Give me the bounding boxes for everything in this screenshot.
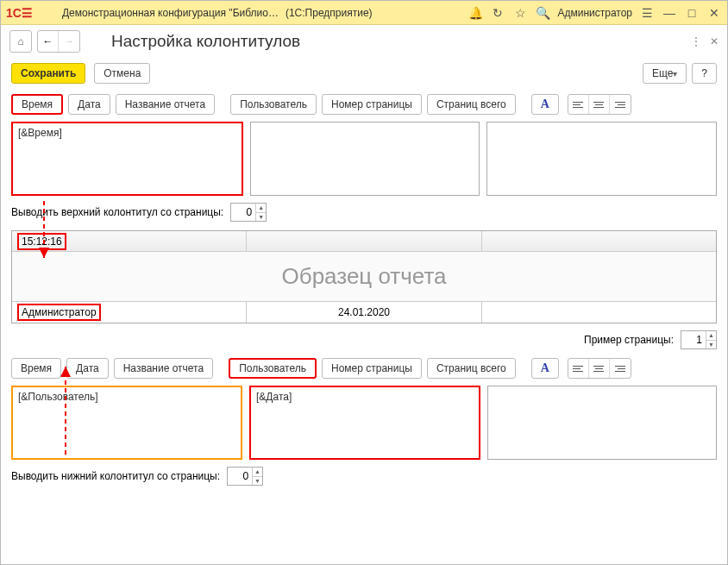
align-right-button[interactable]	[610, 359, 631, 378]
header-insert-toolbar: Время Дата Название отчета Пользователь …	[11, 94, 717, 115]
more-button[interactable]: Еще	[643, 63, 687, 84]
save-button[interactable]: Сохранить	[11, 63, 85, 84]
maximize-icon[interactable]: □	[684, 5, 700, 21]
titlebar: 1C☰ Демонстрационная конфигурация "Библи…	[1, 1, 727, 25]
header-from-page-spinner[interactable]: ▲▼	[230, 203, 267, 222]
font-button[interactable]: A	[531, 358, 559, 379]
align-center-button[interactable]	[589, 359, 610, 378]
footer-center-area[interactable]: [&Дата]	[249, 386, 480, 460]
preview-body: Образец отчета	[12, 252, 716, 302]
bell-icon[interactable]: 🔔	[468, 5, 483, 21]
insert-date-button[interactable]: Дата	[66, 358, 109, 379]
page-title: Настройка колонтитулов	[111, 32, 300, 51]
preview-foot-center: 24.01.2020	[247, 302, 481, 323]
spin-down-icon[interactable]: ▼	[706, 341, 716, 349]
current-user: Администратор	[557, 7, 632, 19]
example-page-spinner[interactable]: ▲▼	[681, 330, 717, 349]
minimize-icon[interactable]: —	[662, 5, 677, 21]
preview-foot-left: Администратор	[12, 302, 247, 323]
example-page-row: Пример страницы: ▲▼	[11, 330, 717, 349]
preview-head-left: 15:12:16	[12, 231, 247, 251]
page-toolbar: ⌂ ← → Настройка колонтитулов ⋮ ✕	[1, 25, 727, 58]
spin-up-icon[interactable]: ▲	[256, 204, 266, 213]
footer-left-area[interactable]: [&Пользователь]	[11, 386, 242, 460]
insert-report-name-button[interactable]: Название отчета	[114, 358, 213, 379]
footer-from-page-spinner[interactable]: ▲▼	[227, 467, 263, 486]
help-button[interactable]: ?	[692, 63, 717, 84]
preview-head-center	[247, 231, 481, 251]
kebab-icon[interactable]: ⋮	[691, 35, 701, 47]
preview: 15:12:16 Образец отчета Администратор 24…	[11, 230, 717, 323]
footer-from-page-label: Выводить нижний колонтитул со страницы:	[11, 470, 220, 482]
spin-up-icon[interactable]: ▲	[706, 331, 716, 341]
nav-back-forward: ← →	[37, 30, 80, 53]
logo-1c: 1C☰	[6, 6, 33, 20]
insert-time-button[interactable]: Время	[11, 94, 63, 115]
header-from-page-row: Выводить верхний колонтитул со страницы:…	[11, 203, 717, 222]
preview-head-right	[482, 231, 716, 251]
preview-time-value: 15:12:16	[17, 233, 66, 250]
footer-from-page-input[interactable]	[228, 468, 252, 485]
align-group	[568, 358, 631, 379]
history-icon[interactable]: ↻	[490, 5, 505, 21]
forward-button[interactable]: →	[59, 31, 79, 52]
config-name: Демонстрационная конфигурация "Библио…	[62, 7, 279, 19]
footer-areas: [&Пользователь] [&Дата]	[11, 386, 717, 460]
preview-foot-right	[482, 302, 716, 323]
preview-user-value: Администратор	[17, 304, 101, 321]
search-icon[interactable]: 🔍	[535, 5, 550, 21]
close-icon[interactable]: ✕	[706, 5, 722, 21]
align-right-button[interactable]	[610, 95, 631, 114]
home-button[interactable]: ⌂	[9, 30, 32, 53]
insert-page-number-button[interactable]: Номер страницы	[322, 358, 422, 379]
example-page-label: Пример страницы:	[584, 334, 674, 346]
insert-page-number-button[interactable]: Номер страницы	[322, 94, 422, 115]
header-center-area[interactable]	[250, 122, 480, 196]
action-row: Сохранить Отмена Еще ?	[11, 63, 717, 84]
star-icon[interactable]: ☆	[512, 5, 528, 21]
footer-insert-toolbar: Время Дата Название отчета Пользователь …	[11, 358, 717, 379]
font-button[interactable]: A	[531, 94, 559, 115]
spin-down-icon[interactable]: ▼	[253, 477, 262, 486]
align-center-button[interactable]	[589, 95, 610, 114]
example-page-input[interactable]	[681, 331, 706, 348]
insert-page-total-button[interactable]: Страниц всего	[427, 358, 516, 379]
page-close-icon[interactable]: ✕	[710, 35, 719, 47]
insert-user-button[interactable]: Пользователь	[230, 94, 317, 115]
header-left-area[interactable]: [&Время]	[11, 122, 243, 196]
header-areas: [&Время]	[11, 122, 717, 196]
menu-icon[interactable]	[40, 5, 55, 21]
align-left-button[interactable]	[568, 359, 589, 378]
insert-report-name-button[interactable]: Название отчета	[116, 94, 215, 115]
platform-name: (1С:Предприятие)	[286, 7, 373, 19]
footer-from-page-row: Выводить нижний колонтитул со страницы: …	[11, 467, 717, 486]
user-menu-icon[interactable]: ☰	[639, 5, 655, 21]
cancel-button[interactable]: Отмена	[94, 63, 150, 84]
insert-page-total-button[interactable]: Страниц всего	[427, 94, 516, 115]
insert-user-button[interactable]: Пользователь	[229, 358, 317, 379]
insert-date-button[interactable]: Дата	[68, 94, 110, 115]
header-right-area[interactable]	[486, 122, 717, 196]
header-from-page-label: Выводить верхний колонтитул со страницы:	[11, 206, 223, 218]
header-from-page-input[interactable]	[231, 204, 255, 221]
align-group	[568, 94, 631, 115]
footer-right-area[interactable]	[487, 386, 717, 460]
insert-time-button[interactable]: Время	[11, 358, 61, 379]
align-left-button[interactable]	[568, 95, 589, 114]
back-button[interactable]: ←	[38, 31, 59, 52]
spin-up-icon[interactable]: ▲	[253, 468, 262, 477]
spin-down-icon[interactable]: ▼	[256, 213, 266, 222]
